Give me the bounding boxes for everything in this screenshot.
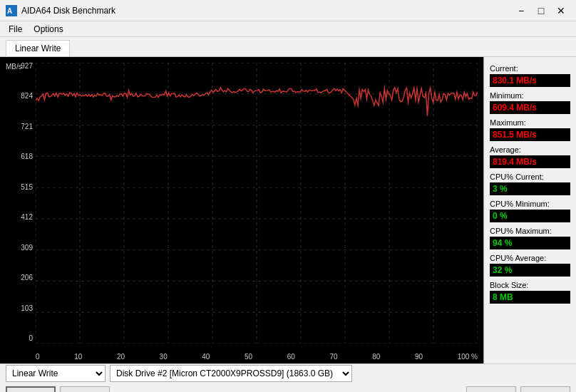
chart-yaxis: 927 824 721 618 515 412 309 206 103 0 — [6, 63, 33, 342]
cpu-maximum-label: CPU% Maximum: — [490, 227, 570, 235]
cpu-minimum-label: CPU% Minimum: — [490, 200, 570, 208]
cpu-minimum-value: 0 % — [490, 210, 570, 222]
maximize-button[interactable]: □ — [532, 1, 550, 20]
current-value: 830.1 MB/s — [490, 74, 570, 87]
menu-options[interactable]: Options — [28, 23, 68, 36]
tab-linear-write[interactable]: Linear Write — [6, 40, 70, 56]
tabbar: Linear Write — [0, 37, 576, 57]
benchmark-chart — [36, 63, 478, 344]
save-button[interactable]: Save — [466, 386, 516, 393]
cpu-average-label: CPU% Average: — [490, 254, 570, 262]
test-type-dropdown[interactable]: Linear Write Linear Read Random Read Ran… — [6, 365, 106, 382]
warning-icon: ⚠ — [114, 390, 123, 393]
stop-button[interactable]: Stop — [60, 386, 110, 393]
window-controls: − □ ✕ — [512, 1, 570, 20]
cpu-current-label: CPU% Current: — [490, 172, 570, 181]
window-title: AIDA64 Disk Benchmark — [21, 6, 512, 16]
close-button[interactable]: ✕ — [552, 1, 570, 20]
bottom-controls: Linear Write Linear Read Random Read Ran… — [0, 363, 576, 392]
main-content: MB/s 138:35 927 824 721 618 515 412 309 … — [0, 57, 576, 363]
titlebar: A AIDA64 Disk Benchmark − □ ✕ — [0, 0, 576, 21]
start-button[interactable]: Start — [6, 386, 56, 393]
app-icon: A — [6, 5, 17, 16]
cpu-average-value: 32 % — [490, 264, 570, 277]
minimize-button[interactable]: − — [512, 1, 530, 20]
menubar: File Options — [0, 21, 576, 37]
stats-panel: Current: 830.1 MB/s Minimum: 609.4 MB/s … — [483, 57, 576, 363]
maximum-value: 851.5 MB/s — [490, 128, 570, 141]
drive-select-dropdown[interactable]: Disk Drive #2 [Micron CT2000X9PROSSD9] (… — [110, 365, 352, 382]
minimum-value: 609.4 MB/s — [490, 101, 570, 114]
chart-xaxis: 0 10 20 30 40 50 60 70 80 90 100 % — [36, 353, 478, 361]
controls-row1: Linear Write Linear Read Random Read Ran… — [6, 365, 570, 382]
controls-row2: Start Stop ⚠ Write tests will DESTROY AL… — [6, 385, 570, 393]
blocksize-label: Block Size: — [490, 281, 570, 289]
cpu-maximum-value: 94 % — [490, 237, 570, 249]
current-label: Current: — [490, 64, 570, 73]
chart-area: MB/s 138:35 927 824 721 618 515 412 309 … — [0, 57, 483, 363]
svg-text:A: A — [7, 7, 12, 15]
clear-button[interactable]: Clear — [520, 386, 570, 393]
blocksize-value: 8 MB — [490, 291, 570, 304]
cpu-current-value: 3 % — [490, 182, 570, 195]
average-label: Average: — [490, 145, 570, 154]
warning-message: ⚠ Write tests will DESTROY ALL DATA on t… — [114, 388, 322, 393]
maximum-label: Maximum: — [490, 118, 570, 127]
average-value: 819.4 MB/s — [490, 155, 570, 168]
menu-file[interactable]: File — [3, 23, 28, 36]
minimum-label: Minimum: — [490, 91, 570, 100]
